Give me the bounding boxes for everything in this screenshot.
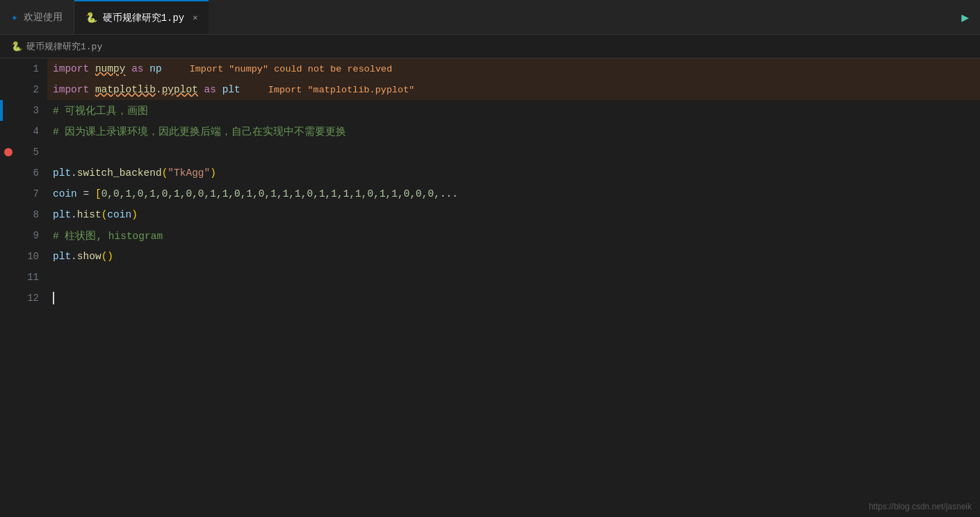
keyword-import-1: import: [53, 63, 89, 74]
error-msg-2: Import "matplotlib.pyplot": [268, 85, 415, 95]
line-number-12: 12: [19, 288, 39, 309]
bracket-open-7: [: [95, 188, 101, 199]
code-line-12: [47, 288, 980, 309]
line-number-2: 2: [19, 79, 39, 100]
line-number-8: 8: [19, 204, 39, 225]
comment-3: # 可视化工具，画图: [53, 104, 148, 117]
tab-welcome[interactable]: ✦ 欢迎使用: [0, 0, 74, 34]
comment-4: # 因为课上录课环境，因此更换后端，自己在实现中不需要更换: [53, 125, 346, 138]
arg-coin: coin: [107, 209, 131, 220]
alias-plt: plt: [222, 84, 240, 95]
line-number-11: 11: [19, 267, 39, 288]
string-tkagg: "TkAgg": [168, 167, 210, 179]
line-number-4: 4: [19, 121, 39, 142]
equals-sign: =: [83, 188, 90, 199]
code-line-8: plt.hist(coin): [47, 204, 980, 225]
coin-data: 0,0,1,0,1,0,1,0,0,1,1,0,1,0,1,1,1,0,1,1,…: [101, 188, 440, 199]
python-icon: 🐍: [85, 12, 97, 24]
keyword-import-2: import: [53, 84, 89, 95]
tab-close-button[interactable]: ✕: [193, 13, 197, 23]
line-number-7: 7: [19, 183, 39, 204]
var-coin: coin: [53, 188, 77, 199]
obj-plt-10: plt: [53, 251, 71, 262]
code-line-7: coin = [0,0,1,0,1,0,1,0,0,1,1,0,1,0,1,1,…: [47, 183, 980, 204]
method-show: show: [77, 251, 101, 262]
breadcrumb-filename: 硬币规律研究1.py: [26, 40, 102, 53]
code-line-1: import numpy as np Import "numpy" could …: [47, 58, 980, 79]
line-number-10: 10: [19, 246, 39, 267]
line-number-gutter: 1 2 3 4 5 6 7 8 9 10 11 12: [0, 58, 47, 517]
breakpoint-dot: [4, 148, 13, 156]
breadcrumb-bar: 🐍 硬币规律研究1.py: [0, 35, 980, 58]
code-line-2: import matplotlib.pyplot as plt Import "…: [47, 79, 980, 100]
code-line-6: plt.switch_backend("TkAgg"): [47, 163, 980, 183]
obj-plt-8: plt: [53, 209, 71, 220]
error-msg-1: Import "numpy" could not be resolved: [190, 64, 393, 74]
bracket-close-10: ): [107, 251, 113, 262]
code-line-4: # 因为课上录课环境，因此更换后端，自己在实现中不需要更换: [47, 121, 980, 142]
run-icon[interactable]: ▶: [961, 10, 969, 25]
tab-bar: ✦ 欢迎使用 🐍 硬币规律研究1.py ✕ ▶: [0, 0, 980, 35]
code-line-11: [47, 267, 980, 288]
editor-container: 1 2 3 4 5 6 7 8 9 10 11 12 import numpy …: [0, 58, 980, 517]
line-number-6: 6: [19, 163, 39, 183]
line-number-5: 5: [19, 142, 39, 163]
code-line-3: # 可视化工具，画图: [47, 100, 980, 121]
lib-matplotlib: matplotlib: [95, 84, 156, 95]
keyword-as-1: as: [131, 63, 143, 74]
bracket-open-10: (: [101, 251, 108, 262]
alias-np: np: [149, 63, 161, 74]
line-number-3: 3: [19, 100, 39, 121]
tab-welcome-label: 欢迎使用: [24, 11, 63, 24]
bracket-open-6: (: [162, 167, 168, 179]
bracket-open-8: (: [101, 209, 108, 220]
method-switch-backend: switch_backend: [77, 167, 162, 179]
code-line-9: # 柱状图, histogram: [47, 225, 980, 246]
keyword-as-2: as: [204, 84, 216, 95]
line-number-1: 1: [19, 58, 39, 79]
obj-plt-6: plt: [53, 167, 71, 179]
vscode-icon: ✦: [11, 10, 18, 24]
code-line-10: plt.show(): [47, 246, 980, 267]
comment-9: # 柱状图, histogram: [53, 229, 163, 243]
breadcrumb-py-icon: 🐍: [11, 41, 22, 52]
tab-active[interactable]: 🐍 硬币规律研究1.py ✕: [74, 0, 209, 34]
code-line-5: [47, 142, 980, 163]
lib-numpy: numpy: [95, 63, 126, 74]
code-area[interactable]: import numpy as np Import "numpy" could …: [47, 58, 980, 517]
tab-active-label: 硬币规律研究1.py: [103, 12, 185, 24]
bracket-close-6: ): [210, 167, 216, 179]
lib-pyplot: pyplot: [162, 84, 198, 95]
watermark: https://blog.csdn.net/jasneik: [869, 502, 972, 511]
cursor: [53, 292, 54, 304]
method-hist: hist: [77, 209, 101, 220]
line-number-9: 9: [19, 225, 39, 246]
active-line-indicator: [0, 100, 3, 121]
bracket-close-8: ): [131, 209, 138, 220]
